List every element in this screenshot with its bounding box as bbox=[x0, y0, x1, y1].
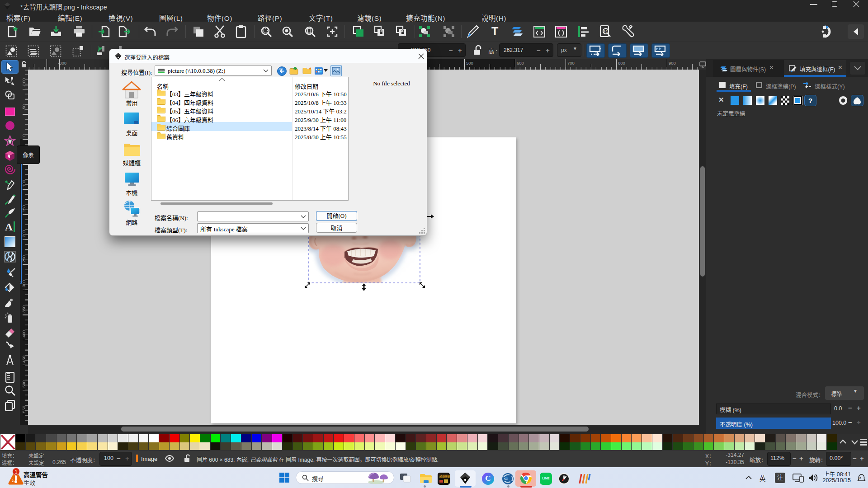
svg-text:超級天玩: 超級天玩 bbox=[439, 475, 450, 479]
svg-text:R: R bbox=[604, 29, 607, 33]
svg-text:z: z bbox=[859, 476, 861, 480]
